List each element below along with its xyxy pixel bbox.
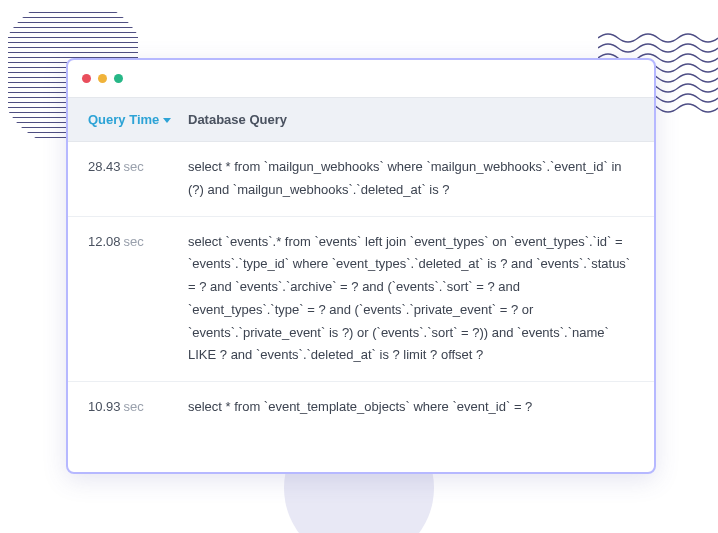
query-window: Query Time Database Query 28.43sec selec… xyxy=(66,58,656,474)
time-unit: sec xyxy=(124,399,144,414)
cell-query: select * from `mailgun_webhooks` where `… xyxy=(184,142,654,216)
table-row: 12.08sec select `events`.* from `events`… xyxy=(68,217,654,383)
time-unit: sec xyxy=(124,159,144,174)
window-titlebar xyxy=(68,60,654,98)
table-body: 28.43sec select * from `mailgun_webhooks… xyxy=(68,142,654,433)
header-query-time[interactable]: Query Time xyxy=(68,98,184,141)
time-value: 28.43 xyxy=(88,159,121,174)
table-header: Query Time Database Query xyxy=(68,98,654,142)
table-row: 10.93sec select * from `event_template_o… xyxy=(68,382,654,433)
header-query-time-label: Query Time xyxy=(88,112,159,127)
cell-query: select `events`.* from `events` left joi… xyxy=(184,217,654,382)
time-value: 10.93 xyxy=(88,399,121,414)
cell-query: select * from `event_template_objects` w… xyxy=(184,382,654,433)
close-icon[interactable] xyxy=(82,74,91,83)
cell-time: 10.93sec xyxy=(68,382,184,433)
header-database-query[interactable]: Database Query xyxy=(184,98,654,141)
time-value: 12.08 xyxy=(88,234,121,249)
cell-time: 12.08sec xyxy=(68,217,184,382)
query-table: Query Time Database Query 28.43sec selec… xyxy=(68,98,654,472)
minimize-icon[interactable] xyxy=(98,74,107,83)
maximize-icon[interactable] xyxy=(114,74,123,83)
cell-time: 28.43sec xyxy=(68,142,184,216)
table-row: 28.43sec select * from `mailgun_webhooks… xyxy=(68,142,654,217)
time-unit: sec xyxy=(124,234,144,249)
header-database-query-label: Database Query xyxy=(188,112,287,127)
sort-desc-icon xyxy=(163,118,171,123)
